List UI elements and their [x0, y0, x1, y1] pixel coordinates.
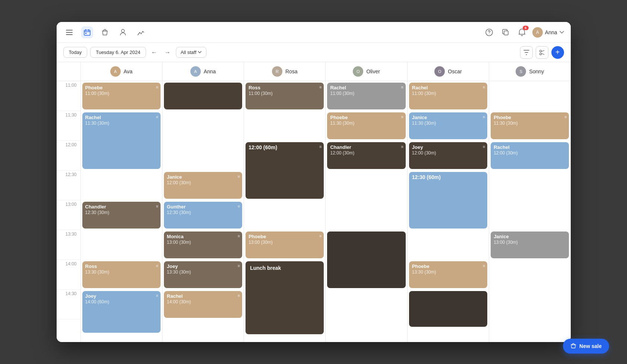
- appt-oscar-1230[interactable]: 12:30 (60m): [409, 172, 487, 229]
- svg-rect-2: [66, 34, 73, 35]
- appt-ava-rachel-1130[interactable]: ≡ Rachel 11:30 (30m): [82, 112, 161, 169]
- time-1400: 14:00: [57, 260, 80, 290]
- today-button[interactable]: Today: [63, 47, 88, 58]
- appt-oliver-dark-1300[interactable]: [327, 232, 405, 288]
- appt-anna-gunther-1230[interactable]: ≡ Gunther 12:30 (30m): [164, 202, 242, 229]
- user-name-label: Anna: [545, 29, 557, 35]
- appt-oliver-phoebe-1130[interactable]: ≡ Phoebe 11:30 (30m): [327, 112, 405, 139]
- notification-badge: 6: [523, 26, 529, 30]
- appt-rosa-ross-1100[interactable]: ≡ Ross 11:00 (30m): [246, 83, 324, 109]
- appt-oscar-rachel-1100[interactable]: ≡ Rachel 11:00 (30m): [409, 83, 487, 109]
- avatar-oliver: O: [353, 66, 363, 77]
- svg-point-10: [539, 53, 541, 55]
- menu-dots-icon: ≡: [156, 115, 158, 119]
- appt-rosa-1200[interactable]: ≡ 12:00 (60m): [246, 142, 324, 199]
- appt-sonny-phoebe-1130[interactable]: ≡ Phoebe 11:30 (30m): [491, 112, 569, 139]
- staff-header-oscar: O Oscar: [408, 62, 489, 81]
- menu-dots-icon: ≡: [238, 264, 240, 268]
- app-window: 6 A Anna Today Tuesday 6. Apr 2024 ← → A…: [57, 22, 571, 342]
- toolbar-right: +: [520, 46, 564, 59]
- new-sale-button[interactable]: New sale: [563, 339, 609, 354]
- avatar-oscar: O: [434, 66, 445, 77]
- next-button[interactable]: →: [162, 48, 173, 57]
- prev-button[interactable]: ←: [149, 48, 159, 57]
- appt-ava-joey-1400[interactable]: ≡ Joey 14:00 (60m): [82, 291, 161, 333]
- scissors-icon[interactable]: [536, 46, 548, 59]
- svg-point-5: [121, 29, 124, 32]
- staff-header-sonny: S Sonny: [489, 62, 570, 81]
- svg-point-9: [539, 50, 541, 52]
- avatar-anna: A: [190, 66, 201, 77]
- menu-dots-icon: ≡: [401, 85, 403, 89]
- user-menu[interactable]: A Anna: [532, 27, 564, 38]
- menu-dots-icon: ≡: [156, 204, 158, 208]
- menu-dots-icon: ≡: [238, 204, 240, 208]
- copy-icon[interactable]: [500, 26, 512, 38]
- col-oscar: ≡ Rachel 11:00 (30m) ≡ Janice 11:30 (30m…: [408, 81, 489, 342]
- help-icon[interactable]: [483, 26, 495, 38]
- appt-anna-monica-1300[interactable]: ≡ Monica 13:00 (30m): [164, 232, 242, 258]
- appt-oscar-janice-1130[interactable]: ≡ Janice 11:30 (30m): [409, 112, 487, 139]
- toolbar-left: Today Tuesday 6. Apr 2024 ← → All staff: [63, 47, 207, 58]
- col-anna: ≡ Janice 12:00 (30m) ≡ Gunther 12:30 (30…: [162, 81, 244, 342]
- menu-dots-icon: ≡: [483, 85, 485, 89]
- menu-icon[interactable]: [63, 26, 75, 38]
- menu-dots-icon: ≡: [483, 264, 485, 268]
- menu-dots-icon: ≡: [156, 85, 158, 89]
- appt-anna-rachel-1400[interactable]: ≡ Rachel 14:00 (30m): [164, 291, 242, 318]
- avatar-sonny: S: [516, 66, 526, 77]
- chart-icon[interactable]: [135, 26, 147, 38]
- time-1330: 13:30: [57, 230, 80, 260]
- menu-dots-icon: ≡: [564, 115, 567, 119]
- menu-dots-icon: ≡: [401, 115, 403, 119]
- appt-anna-janice-1200[interactable]: ≡ Janice 12:00 (30m): [164, 172, 242, 199]
- top-nav: 6 A Anna: [57, 22, 571, 43]
- add-button[interactable]: +: [551, 46, 564, 59]
- shopping-bag-icon[interactable]: [99, 26, 111, 38]
- menu-dots-icon: ≡: [319, 234, 322, 238]
- appt-oscar-phoebe-1330[interactable]: ≡ Phoebe 13:30 (30m): [409, 261, 487, 288]
- nav-right: 6 A Anna: [483, 26, 564, 38]
- svg-rect-8: [504, 31, 508, 35]
- col-ava: ≡ Phoebe 11:00 (30m) ≡ Rachel 11:30 (30m…: [81, 81, 162, 342]
- svg-rect-4: [85, 33, 86, 34]
- menu-dots-icon: ≡: [238, 293, 240, 298]
- lunch-break-title: Lunch break: [250, 265, 319, 271]
- svg-rect-3: [84, 30, 90, 35]
- staff-filter[interactable]: All staff: [176, 47, 206, 58]
- col-oliver: ≡ Rachel 11:00 (30m) ≡ Phoebe 11:30 (30m…: [326, 81, 407, 342]
- time-1300: 13:00: [57, 200, 80, 230]
- date-label[interactable]: Tuesday 6. Apr 2024: [90, 47, 146, 58]
- menu-dots-icon: ≡: [319, 85, 322, 89]
- appt-ava-ross-1330[interactable]: ≡ Ross 13:30 (30m): [82, 261, 161, 288]
- appt-sonny-janice-1300[interactable]: Janice 13:00 (30m): [491, 232, 569, 258]
- nav-left: [63, 26, 147, 38]
- appt-oliver-chandler-1200[interactable]: ≡ Chandler 12:00 (30m): [327, 142, 405, 169]
- svg-rect-0: [66, 30, 73, 31]
- time-1200: 12:00: [57, 141, 80, 170]
- time-1130: 11:30: [57, 111, 80, 141]
- appt-ava-phoebe-1100[interactable]: ≡ Phoebe 11:00 (30m): [82, 83, 161, 109]
- menu-dots-icon: ≡: [156, 293, 158, 298]
- lunch-break-block[interactable]: Lunch break: [246, 261, 324, 334]
- avatar-rosa: R: [272, 66, 282, 77]
- appt-oscar-dark-1400[interactable]: [409, 291, 487, 327]
- staff-header-rosa: R Rosa: [244, 62, 326, 81]
- staff-header-anna: A Anna: [162, 62, 244, 81]
- appt-ava-chandler-1230[interactable]: ≡ Chandler 12:30 (30m): [82, 202, 161, 229]
- calendar-icon[interactable]: [81, 26, 93, 38]
- staff-header-oliver: O Oliver: [326, 62, 407, 81]
- bell-icon[interactable]: 6: [516, 26, 528, 38]
- appt-oscar-joey-1200[interactable]: ≡ Joey 12:00 (30m): [409, 142, 487, 169]
- person-icon[interactable]: [117, 26, 129, 38]
- appt-anna-dark-1100[interactable]: [164, 83, 242, 109]
- appt-anna-joey-1330[interactable]: ≡ Joey 13:30 (30m): [164, 261, 242, 288]
- filter-icon[interactable]: [520, 46, 533, 59]
- staff-header-ava: A Ava: [81, 62, 162, 81]
- appt-sonny-rachel-1200[interactable]: Rachel 12:00 (30m): [491, 142, 569, 169]
- menu-dots-icon: ≡: [319, 144, 322, 149]
- appt-rosa-phoebe-1300[interactable]: ≡ Phoebe 13:00 (30m): [246, 232, 324, 258]
- time-column: 11:00 11:30 12:00 12:30 13:00 13:30 14:0…: [57, 81, 81, 342]
- svg-rect-1: [66, 32, 73, 33]
- appt-oliver-rachel-1100[interactable]: ≡ Rachel 11:00 (30m): [327, 83, 405, 109]
